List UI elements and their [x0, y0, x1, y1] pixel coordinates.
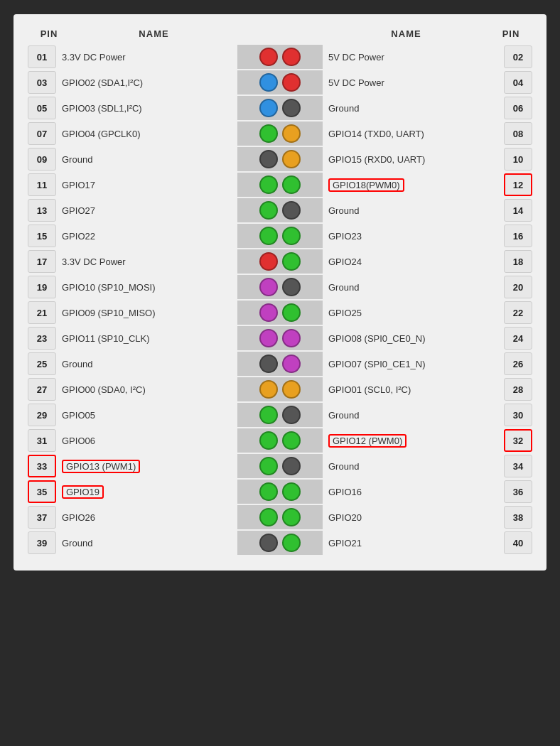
pin-row: 173.3V DC PowerGPIO2418: [21, 249, 539, 274]
right-pin-circle: [282, 124, 301, 143]
right-pin-name: Ground: [323, 276, 504, 298]
pin-row: 13GPIO27Ground14: [21, 198, 539, 222]
right-pin-circle: [282, 303, 301, 322]
center-connector: [237, 377, 323, 401]
left-pin-name: GPIO13 (PWM1): [56, 455, 237, 477]
right-pin-number: 12: [504, 173, 532, 196]
left-pin-circle: [259, 380, 278, 399]
left-pin-number: 05: [28, 97, 56, 119]
header-left-name: NAME: [70, 28, 237, 39]
right-pin-number: 36: [504, 480, 532, 503]
pin-row: 31GPIO06GPIO12 (PWM0)32: [21, 428, 539, 453]
left-pin-circle: [259, 175, 278, 194]
right-pin-circle: [282, 252, 301, 271]
right-pin-number: 16: [504, 225, 532, 247]
pin-row: 05GPIO03 (SDL1,I²C)Ground06: [21, 96, 539, 120]
left-pin-circle: [259, 124, 278, 143]
left-pin-name: GPIO17: [56, 173, 237, 196]
pin-row: 09GroundGPIO15 (RXD0, UART)10: [21, 147, 539, 171]
pin-row: 25GroundGPIO07 (SPI0_CE1_N)26: [21, 352, 539, 376]
pin-row: 013.3V DC Power5V DC Power02: [21, 45, 539, 69]
pin-row: 35GPIO19GPIO1636: [21, 480, 539, 504]
right-pin-number: 10: [504, 148, 532, 171]
left-pin-name: GPIO02 (SDA1,I²C): [56, 71, 237, 94]
left-pin-circle: [259, 252, 278, 271]
left-pin-number: 13: [28, 199, 56, 222]
left-pin-number: 21: [28, 301, 56, 324]
left-pin-name: GPIO00 (SDA0, I²C): [56, 378, 237, 401]
left-pin-circle: [259, 303, 278, 322]
header-row: PIN NAME NAME PIN: [21, 28, 539, 39]
pin-row: 27GPIO00 (SDA0, I²C)GPIO01 (SCL0, I²C)28: [21, 377, 539, 401]
left-pin-name: GPIO26: [56, 506, 237, 529]
right-pin-circle: [282, 534, 301, 552]
header-right-name: NAME: [323, 28, 490, 39]
right-pin-name: GPIO15 (RXD0, UART): [323, 148, 504, 171]
pin-row: 23GPIO11 (SP10_CLK)GPIO08 (SPI0_CE0_N)24: [21, 326, 539, 350]
right-pin-number: 08: [504, 122, 532, 145]
right-pin-circle: [282, 175, 301, 194]
right-pin-number: 24: [504, 327, 532, 350]
center-connector: [237, 403, 323, 427]
left-pin-number: 23: [28, 327, 56, 350]
right-pin-number: 14: [504, 199, 532, 222]
center-connector: [237, 45, 323, 69]
left-pin-number: 35: [28, 480, 56, 503]
left-pin-circle: [259, 406, 278, 424]
pin-row: 03GPIO02 (SDA1,I²C)5V DC Power04: [21, 70, 539, 94]
right-pin-number: 04: [504, 71, 532, 94]
right-pin-circle: [282, 73, 301, 92]
right-pin-name: GPIO21: [323, 531, 504, 554]
right-pin-number: 38: [504, 506, 532, 529]
center-connector: [237, 147, 323, 171]
left-pin-circle: [259, 534, 278, 552]
right-pin-number: 30: [504, 404, 532, 426]
right-pin-number: 22: [504, 301, 532, 324]
right-pin-name: Ground: [323, 199, 504, 222]
right-pin-circle: [282, 406, 301, 424]
pin-row: 11GPIO17GPIO18(PWM0)12: [21, 173, 539, 197]
left-pin-name: GPIO04 (GPCLK0): [56, 122, 237, 145]
center-connector: [237, 173, 323, 197]
left-pin-number: 15: [28, 225, 56, 247]
right-pin-name: GPIO16: [323, 480, 504, 503]
left-pin-number: 29: [28, 404, 56, 426]
left-pin-number: 17: [28, 250, 56, 273]
center-connector: [237, 301, 323, 325]
center-connector: [237, 275, 323, 299]
left-pin-circle: [259, 457, 278, 475]
center-connector: [237, 70, 323, 94]
right-pin-circle: [282, 329, 301, 347]
left-pin-number: 19: [28, 276, 56, 298]
left-pin-circle: [259, 99, 278, 117]
left-pin-name: GPIO11 (SP10_CLK): [56, 327, 237, 350]
center-connector: [237, 198, 323, 222]
left-pin-number: 25: [28, 352, 56, 375]
right-pin-name: Ground: [323, 97, 504, 119]
center-connector: [237, 121, 323, 146]
left-pin-circle: [259, 508, 278, 526]
pin-row: 21GPIO09 (SP10_MISO)GPIO2522: [21, 301, 539, 325]
right-pin-number: 06: [504, 97, 532, 119]
right-pin-name: 5V DC Power: [323, 71, 504, 94]
right-pin-name: GPIO08 (SPI0_CE0_N): [323, 327, 504, 350]
left-pin-name: GPIO22: [56, 225, 237, 247]
right-pin-circle: [282, 201, 301, 220]
left-pin-circle: [259, 201, 278, 220]
right-pin-number: 26: [504, 352, 532, 375]
right-pin-number: 40: [504, 531, 532, 554]
right-pin-name: GPIO20: [323, 506, 504, 529]
right-pin-circle: [282, 99, 301, 117]
left-pin-circle: [259, 329, 278, 347]
left-pin-number: 09: [28, 148, 56, 171]
left-pin-name: 3.3V DC Power: [56, 250, 237, 273]
right-pin-number: 28: [504, 378, 532, 401]
left-pin-circle: [259, 482, 278, 501]
header-left-pin: PIN: [28, 28, 70, 39]
center-connector: [237, 249, 323, 274]
right-pin-circle: [282, 431, 301, 450]
left-pin-number: 37: [28, 506, 56, 529]
gpio-pinout-table: PIN NAME NAME PIN 013.3V DC Power5V DC P…: [14, 14, 546, 571]
left-pin-circle: [259, 73, 278, 92]
center-connector: [237, 224, 323, 248]
